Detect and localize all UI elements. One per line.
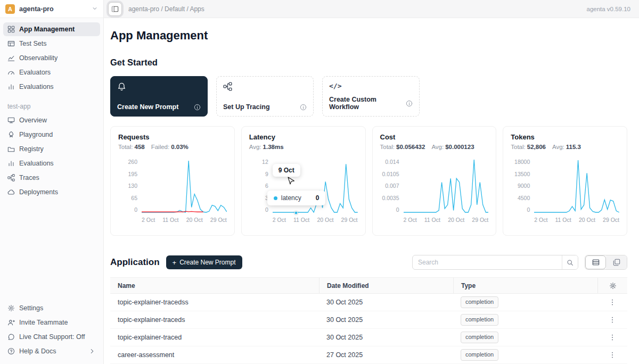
line-chart[interactable] [404,159,489,213]
sidebar-item-playground[interactable]: Playground [3,128,100,142]
app-version: agenta v0.59.10 [587,6,631,12]
grid-icon [7,26,15,33]
sidebar-bottom-nav: SettingsInvite TeammateLive Chat Support… [0,297,103,364]
workspace-avatar: A [5,4,15,14]
row-menu-button[interactable] [609,334,616,341]
sidebar-item-live-chat-support-off[interactable]: Live Chat Support: Off [3,330,100,344]
applications-table: NameDate ModifiedType topic-explainer-tr… [110,277,627,364]
table-settings-cell [597,278,627,293]
sidebar-item-deployments[interactable]: Deployments [3,185,100,199]
user-plus-icon [7,319,15,326]
chart-area[interactable]: 1800013500900045000 [511,159,619,213]
table-row[interactable]: topic-explainer-traceds30 Oct 2025comple… [110,311,627,329]
stats-row: RequestsTotal:458Failed:0.03%26019513065… [110,126,627,236]
column-header-name[interactable]: Name [110,278,319,293]
sidebar-app-section-label: test-app [0,94,103,113]
x-axis-labels: 2 Oct11 Oct20 Oct29 Oct [404,217,489,223]
bars-icon [7,83,15,90]
row-menu-button[interactable] [609,351,616,359]
sidebar-item-help-docs[interactable]: Help & Docs [3,344,100,358]
sidebar-item-registry[interactable]: Registry [3,142,100,156]
sidebar-item-app-management[interactable]: App Management [3,22,100,36]
mouse-cursor [288,177,294,185]
info-icon[interactable] [406,100,413,107]
main-area: agenta-pro / Default / Apps agenta v0.59… [104,0,639,364]
topbar: agenta-pro / Default / Apps agenta v0.59… [104,0,639,18]
application-toolbar: Application + Create New Prompt [110,255,627,270]
chat-icon [7,333,15,341]
date-modified: 30 Oct 2025 [326,316,363,324]
chart-area[interactable]: 0.0140.01050.0070.00350 [380,159,489,213]
monitor-icon [7,117,15,124]
sidebar-item-observability[interactable]: Observability [3,51,100,65]
row-menu-button[interactable] [609,316,616,324]
workspace-selector[interactable]: A agenta-pro [0,0,103,18]
y-axis-labels: 0.0140.01050.0070.00350 [380,159,399,213]
type-badge: completion [461,296,498,308]
date-modified: 30 Oct 2025 [326,334,363,341]
line-chart[interactable] [534,159,619,213]
stat-card-cost: CostTotal:$0.056432Avg:$0.0001230.0140.0… [372,126,497,236]
get-started-card-create-new-prompt[interactable]: Create New Prompt [110,76,208,117]
type-badge: completion [461,332,498,343]
card-view-button[interactable] [606,255,627,269]
sidebar-item-evaluators[interactable]: Evaluators [3,65,100,79]
folder-icon [7,145,15,153]
sidebar-main-nav: App ManagementTest SetsObservabilityEval… [0,18,103,94]
view-toggle [585,255,627,270]
application-heading: Application [110,257,160,268]
create-new-prompt-button[interactable]: + Create New Prompt [166,255,242,269]
sidebar-item-traces[interactable]: Traces [3,171,100,185]
gear-icon [7,304,15,312]
chart-tooltip-date: 9 Oct [273,164,300,177]
code-icon: </> [329,82,341,90]
y-axis-labels: 260195130650 [118,159,137,213]
sidebar-item-test-sets[interactable]: Test Sets [3,37,100,51]
table-row[interactable]: topic-explainer-traced30 Oct 2025complet… [110,329,627,346]
y-axis-labels: 129630 [249,159,268,213]
sidebar-app-nav: OverviewPlaygroundRegistryEvaluationsTra… [0,113,103,200]
get-started-card-set-up-tracing[interactable]: Set Up Tracing [216,76,314,117]
stat-subtitle: Avg:1.38ms [249,144,358,150]
stat-subtitle: Total:$0.056432Avg:$0.000123 [380,144,489,150]
workspace-name: agenta-pro [19,5,87,13]
sidebar-item-overview[interactable]: Overview [3,113,100,127]
search-input[interactable] [413,259,562,266]
app-name: career-assessment [118,351,174,359]
search-icon [567,259,574,266]
table-view-button[interactable] [585,255,606,269]
tree-icon [7,174,15,181]
gear-icon[interactable] [609,282,617,289]
column-header-type[interactable]: Type [453,278,597,293]
x-axis-labels: 2 Oct11 Oct20 Oct29 Oct [142,217,227,223]
table-row[interactable]: career-assessment27 Oct 2025completion [110,346,627,364]
question-icon [7,348,15,355]
tree-icon [223,82,307,91]
sidebar-item-settings[interactable]: Settings [3,301,100,315]
table-row[interactable]: topic-explainer-tracedss30 Oct 2025compl… [110,294,627,311]
chart-tooltip-series: latency0 [267,191,326,205]
info-icon[interactable] [194,104,201,111]
info-icon[interactable] [300,104,307,111]
row-menu-button[interactable] [609,299,616,306]
breadcrumb[interactable]: agenta-pro / Default / Apps [128,5,204,13]
cloud-icon [7,188,15,196]
get-started-card-create-custom-workflow[interactable]: </>Create Custom Workflow [322,76,420,117]
column-header-date-modified[interactable]: Date Modified [319,278,453,293]
stat-card-tokens: TokensTotal:52,806Avg:115.31800013500900… [503,126,627,236]
table-view-icon [592,259,600,266]
sidebar-item-evaluations[interactable]: Evaluations [3,80,100,94]
line-chart[interactable] [142,159,227,213]
bars-icon [7,160,15,167]
stat-subtitle: Total:52,806Avg:115.3 [511,144,619,150]
page-title: App Management [110,29,627,43]
chart-marker-dot [294,211,298,215]
sidebar-item-invite-teammate[interactable]: Invite Teammate [3,316,100,329]
sidebar-toggle-button[interactable] [108,2,122,16]
search-button[interactable] [562,255,578,269]
sidebar: A agenta-pro App ManagementTest SetsObse… [0,0,104,364]
chart-area[interactable]: 260195130650 [118,159,227,213]
sidebar-item-evaluations[interactable]: Evaluations [3,156,100,170]
gauge-icon [7,69,15,76]
table-icon [7,40,15,47]
